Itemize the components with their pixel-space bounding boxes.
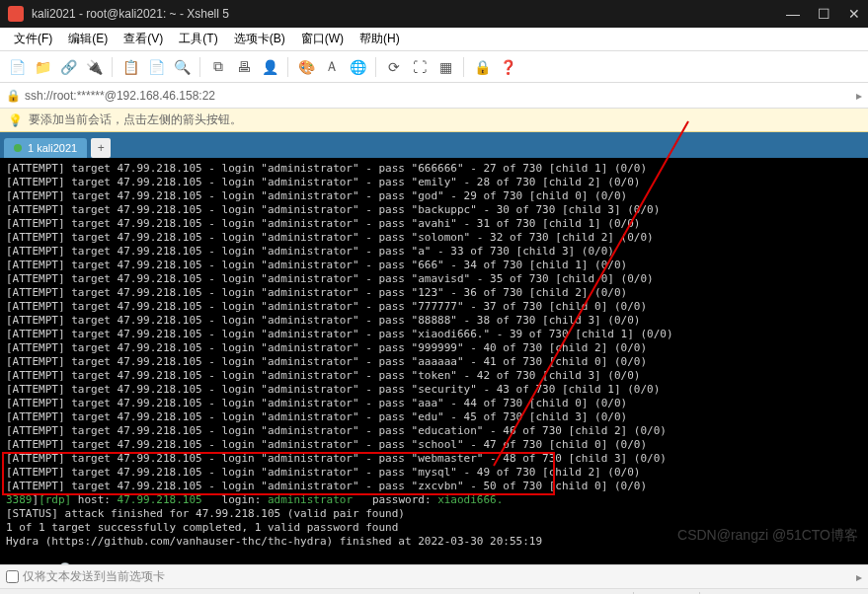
open-icon[interactable]: 📁 xyxy=(32,56,53,78)
fullscreen-icon[interactable]: ⛶ xyxy=(409,56,431,78)
prompt-line: ┌──(root💀kali2021)-[~] xyxy=(6,562,862,564)
add-tab-button[interactable]: + xyxy=(91,138,111,158)
status-line: [STATUS] attack finished for 47.99.218.1… xyxy=(6,507,862,521)
hint-bar: 💡 要添加当前会话，点击左侧的箭头按钮。 xyxy=(0,109,868,132)
menu-help[interactable]: 帮助(H) xyxy=(352,31,408,47)
search-icon[interactable]: 🔍 xyxy=(171,56,193,78)
tab-bar: 1 kali2021 + xyxy=(0,132,868,158)
maximize-button[interactable]: ☐ xyxy=(818,6,830,22)
terminal-line: [ATTEMPT] target 47.99.218.105 - login "… xyxy=(6,162,862,176)
new-icon[interactable]: 📄 xyxy=(6,56,28,78)
hint-text: 要添加当前会话，点击左侧的箭头按钮。 xyxy=(29,111,242,128)
terminal-line: [ATTEMPT] target 47.99.218.105 - login "… xyxy=(6,341,862,355)
link-icon[interactable]: 🔗 xyxy=(57,56,79,78)
print-icon[interactable]: 🖶 xyxy=(233,56,255,78)
reconnect-icon[interactable]: 🔌 xyxy=(83,56,105,78)
status-bar: ssh://root@192.168.46.158:22 SSH2 xterm … xyxy=(0,588,868,594)
window-title: kali2021 - root@kali2021: ~ - Xshell 5 xyxy=(32,7,786,21)
terminal-line: [ATTEMPT] target 47.99.218.105 - login "… xyxy=(6,452,862,466)
toolbar: 📄 📁 🔗 🔌 📋 📄 🔍 ⧉ 🖶 👤 🎨 Ａ 🌐 ⟳ ⛶ ▦ 🔒 ❓ xyxy=(0,51,868,83)
terminal-line: [ATTEMPT] target 47.99.218.105 - login "… xyxy=(6,259,862,272)
properties-icon[interactable]: ⧉ xyxy=(207,56,229,78)
color-icon[interactable]: 🎨 xyxy=(295,56,317,78)
terminal-line: [ATTEMPT] target 47.99.218.105 - login "… xyxy=(6,355,862,369)
tab-label: 1 kali2021 xyxy=(28,142,77,154)
terminal-line: [ATTEMPT] target 47.99.218.105 - login "… xyxy=(6,410,862,424)
terminal-line: [ATTEMPT] target 47.99.218.105 - login "… xyxy=(6,383,862,397)
blank-line xyxy=(6,549,862,562)
terminal-line: [ATTEMPT] target 47.99.218.105 - login "… xyxy=(6,314,862,328)
help-icon[interactable]: ❓ xyxy=(497,56,518,78)
terminal-line: [ATTEMPT] target 47.99.218.105 - login "… xyxy=(6,286,862,300)
terminal-line: [ATTEMPT] target 47.99.218.105 - login "… xyxy=(6,480,862,493)
terminal-line: [ATTEMPT] target 47.99.218.105 - login "… xyxy=(6,231,862,245)
close-button[interactable]: ✕ xyxy=(848,6,860,22)
terminal-line: [ATTEMPT] target 47.99.218.105 - login "… xyxy=(6,189,862,203)
menu-tools[interactable]: 工具(T) xyxy=(171,31,225,47)
font-icon[interactable]: Ａ xyxy=(321,56,343,78)
result-line: 3389][rdp] host: 47.99.218.105 login: ad… xyxy=(6,493,862,507)
terminal[interactable]: [ATTEMPT] target 47.99.218.105 - login "… xyxy=(0,158,868,564)
refresh-icon[interactable]: ⟳ xyxy=(383,56,405,78)
terminal-line: [ATTEMPT] target 47.99.218.105 - login "… xyxy=(6,203,862,217)
minimize-button[interactable]: — xyxy=(786,6,800,22)
compose-bar: 仅将文本发送到当前选项卡 ▸ xyxy=(0,564,868,588)
menu-edit[interactable]: 编辑(E) xyxy=(60,31,116,47)
terminal-line: [ATTEMPT] target 47.99.218.105 - login "… xyxy=(6,245,862,259)
paste-icon[interactable]: 📄 xyxy=(145,56,167,78)
go-icon[interactable]: ▸ xyxy=(856,89,862,103)
terminal-line: [ATTEMPT] target 47.99.218.105 - login "… xyxy=(6,397,862,410)
menu-view[interactable]: 查看(V) xyxy=(116,31,171,47)
summary-line: 1 of 1 target successfully completed, 1 … xyxy=(6,521,862,535)
grid-icon[interactable]: ▦ xyxy=(434,56,456,78)
terminal-line: [ATTEMPT] target 47.99.218.105 - login "… xyxy=(6,300,862,314)
menu-file[interactable]: 文件(F) xyxy=(6,31,60,47)
address-text[interactable]: ssh://root:******@192.168.46.158:22 xyxy=(25,89,856,103)
address-bar: 🔒 ssh://root:******@192.168.46.158:22 ▸ xyxy=(0,83,868,109)
terminal-line: [ATTEMPT] target 47.99.218.105 - login "… xyxy=(6,369,862,383)
menu-tabs[interactable]: 选项卡(B) xyxy=(226,31,293,47)
terminal-line: [ATTEMPT] target 47.99.218.105 - login "… xyxy=(6,217,862,231)
summary-line: Hydra (https://github.com/vanhauser-thc/… xyxy=(6,535,862,549)
app-icon xyxy=(8,6,24,22)
copy-icon[interactable]: 📋 xyxy=(119,56,141,78)
title-bar: kali2021 - root@kali2021: ~ - Xshell 5 —… xyxy=(0,0,868,28)
terminal-line: [ATTEMPT] target 47.99.218.105 - login "… xyxy=(6,272,862,286)
terminal-line: [ATTEMPT] target 47.99.218.105 - login "… xyxy=(6,466,862,480)
menu-window[interactable]: 窗口(W) xyxy=(293,31,352,47)
send-all-checkbox[interactable] xyxy=(6,570,19,583)
terminal-line: [ATTEMPT] target 47.99.218.105 - login "… xyxy=(6,328,862,341)
send-icon[interactable]: ▸ xyxy=(856,570,862,584)
globe-icon[interactable]: 🌐 xyxy=(347,56,368,78)
lock-icon[interactable]: 🔒 xyxy=(471,56,493,78)
user-icon[interactable]: 👤 xyxy=(259,56,280,78)
menu-bar: 文件(F) 编辑(E) 查看(V) 工具(T) 选项卡(B) 窗口(W) 帮助(… xyxy=(0,28,868,51)
lock-small-icon: 🔒 xyxy=(6,89,21,103)
bulb-icon: 💡 xyxy=(8,113,23,127)
terminal-line: [ATTEMPT] target 47.99.218.105 - login "… xyxy=(6,424,862,438)
terminal-line: [ATTEMPT] target 47.99.218.105 - login "… xyxy=(6,438,862,452)
terminal-line: [ATTEMPT] target 47.99.218.105 - login "… xyxy=(6,176,862,189)
tab-session[interactable]: 1 kali2021 xyxy=(4,138,87,158)
compose-label: 仅将文本发送到当前选项卡 xyxy=(23,568,856,585)
status-dot-icon xyxy=(14,144,22,152)
